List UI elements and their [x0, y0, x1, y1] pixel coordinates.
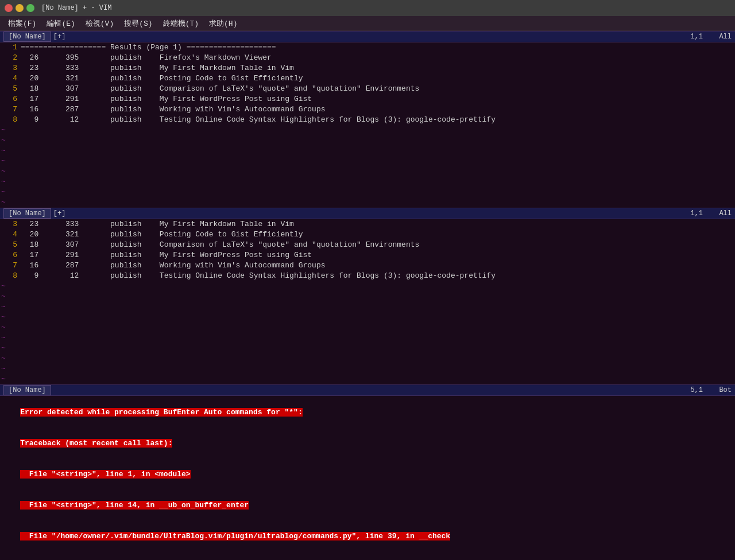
result-line-4: 4 20 321 publish Posting Code to Gist Ef…: [0, 73, 735, 84]
tilde-line: ~: [0, 197, 735, 208]
p2-result-line-5: 5 18 307 publish Comparison of LaTeX's "…: [0, 240, 735, 250]
window-controls[interactable]: [5, 4, 34, 12]
error-line-6: ub_echoerr(str(e)): [2, 552, 733, 560]
tilde-line: ~: [0, 291, 735, 302]
tilde-line: ~: [0, 312, 735, 322]
menu-item-h[interactable]: 求助(H): [204, 17, 242, 30]
scroll-pos-1: All: [703, 33, 732, 41]
error-line-1: Error detected while processing BufEnter…: [2, 397, 733, 428]
error-line-3: File "<string>", line 1, in <module>: [2, 459, 733, 490]
tilde-line: ~: [0, 187, 735, 197]
tilde-line: ~: [0, 135, 735, 146]
p2-result-line-8: 8 9 12 publish Testing Online Code Synta…: [0, 271, 735, 281]
error-line-4: File "<string>", line 14, in __ub_on_buf…: [2, 490, 733, 521]
tilde-line: ~: [0, 364, 735, 374]
tilde-line: ~: [0, 322, 735, 333]
tilde-line: ~: [0, 146, 735, 156]
p2-result-line-3: 3 23 333 publish My First Markdown Table…: [0, 219, 735, 230]
modified-indicator-2: [+]: [53, 209, 66, 217]
tilde-line: ~: [0, 177, 735, 187]
pane-1: 1 =================== Results (Page 1) =…: [0, 42, 735, 208]
tilde-line: ~: [0, 374, 735, 384]
result-line-1: 1 =================== Results (Page 1) =…: [0, 42, 735, 53]
statusbar-2: [No Name] [+] 1,1 All: [0, 208, 735, 219]
menu-item-v[interactable]: 檢視(V): [81, 17, 118, 30]
p2-result-line-4: 4 20 321 publish Posting Code to Gist Ef…: [0, 230, 735, 240]
minimize-button[interactable]: [16, 4, 24, 12]
cursor-pos-1: 1,1: [690, 33, 703, 41]
scroll-pos-3: Bot: [703, 386, 732, 394]
result-line-5: 5 18 307 publish Comparison of LaTeX's "…: [0, 84, 735, 94]
result-line-7: 7 16 287 publish Working with Vim's Auto…: [0, 104, 735, 115]
result-line-8: 8 9 12 publish Testing Online Code Synta…: [0, 115, 735, 125]
cursor-pos-3: 5,1: [690, 386, 703, 394]
menu-item-t[interactable]: 終端機(T): [158, 17, 203, 30]
titlebar: [No Name] + - VIM: [0, 0, 735, 16]
statusbar-3: [No Name] 5,1 Bot: [0, 384, 735, 396]
menu-item-e[interactable]: 編輯(E): [42, 17, 79, 30]
maximize-button[interactable]: [26, 4, 34, 12]
tilde-line: ~: [0, 302, 735, 312]
error-line-5: File "/home/owner/.vim/bundle/UltraBlog.…: [2, 521, 733, 552]
result-line-3: 3 23 333 publish My First Markdown Table…: [0, 63, 735, 73]
tilde-line: ~: [0, 125, 735, 135]
menu-item-f[interactable]: 檔案(F): [3, 17, 41, 30]
tab-label-3[interactable]: [No Name]: [3, 385, 51, 395]
window-title: [No Name] + - VIM: [41, 4, 111, 12]
result-line-2: 2 26 395 publish Firefox's Markdown View…: [0, 53, 735, 63]
error-line-2: Traceback (most recent call last):: [2, 428, 733, 459]
p2-result-line-6: 6 17 291 publish My First WordPress Post…: [0, 250, 735, 260]
p2-result-line-7: 7 16 287 publish Working with Vim's Auto…: [0, 260, 735, 271]
pane-2-content: 3 23 333 publish My First Markdown Table…: [0, 219, 735, 384]
tilde-line: ~: [0, 281, 735, 291]
menubar: 檔案(F)編輯(E)檢視(V)搜尋(S)終端機(T)求助(H): [0, 16, 735, 31]
modified-indicator-1: [+]: [53, 33, 66, 41]
tilde-line: ~: [0, 333, 735, 343]
pane-2: 3 23 333 publish My First Markdown Table…: [0, 219, 735, 384]
pane-1-content: 1 =================== Results (Page 1) =…: [0, 42, 735, 208]
tab-label-2[interactable]: [No Name]: [3, 208, 51, 219]
scroll-pos-2: All: [703, 209, 732, 217]
close-button[interactable]: [5, 4, 13, 12]
tilde-line: ~: [0, 353, 735, 364]
tab-label-1[interactable]: [No Name]: [3, 32, 51, 42]
menu-item-s[interactable]: 搜尋(S): [119, 17, 157, 30]
cursor-pos-2: 1,1: [690, 209, 703, 217]
tilde-line: ~: [0, 166, 735, 177]
result-line-6: 6 17 291 publish My First WordPress Post…: [0, 94, 735, 104]
statusbar-1: [No Name] [+] 1,1 All: [0, 31, 735, 42]
error-area: Error detected while processing BufEnter…: [0, 396, 735, 560]
tilde-line: ~: [0, 156, 735, 166]
tilde-line: ~: [0, 343, 735, 353]
